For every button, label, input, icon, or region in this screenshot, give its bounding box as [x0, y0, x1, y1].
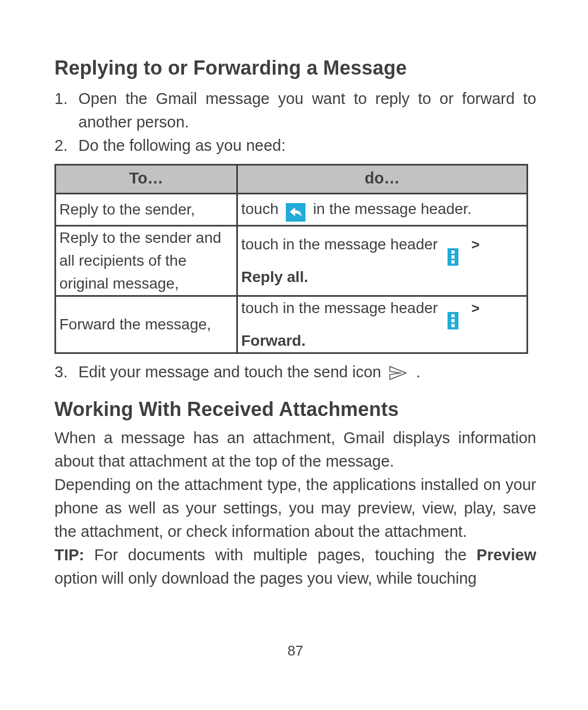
tip-paragraph: TIP: For documents with multiple pages, … [54, 543, 536, 590]
step-text-part: Edit your message and touch the send ico… [78, 363, 381, 381]
paragraph: Depending on the attachment type, the ap… [54, 473, 536, 543]
cell-text: touch [241, 200, 279, 217]
actions-table: To… do… Reply to the sender, touch in th [54, 164, 536, 354]
tip-label: TIP: [54, 546, 84, 564]
tip-preview-bold: Preview [476, 546, 536, 564]
cell-action-bold: Forward. [241, 332, 305, 349]
step-number: 2. [54, 134, 78, 157]
page: Replying to or Forwarding a Message 1. O… [0, 0, 588, 659]
overflow-menu-icon [448, 312, 458, 329]
step-text: Open the Gmail message you want to reply… [78, 87, 536, 134]
chevron-right-icon: > [471, 233, 480, 256]
cell-to: Reply to the sender, [56, 194, 237, 226]
cell-to: Reply to the sender and all recipients o… [56, 226, 237, 296]
send-icon [389, 365, 408, 381]
step-3: 3. Edit your message and touch the send … [54, 360, 536, 384]
cell-to: Forward the message, [56, 296, 237, 353]
step-number: 3. [54, 360, 78, 384]
chevron-right-icon: > [471, 297, 480, 320]
cell-do: touch in the message header. [237, 194, 528, 226]
cell-text: touch in the message header [241, 299, 438, 316]
table-row: Reply to the sender, touch in the messag… [56, 194, 528, 226]
overflow-menu-icon [448, 248, 458, 266]
step-text: Do the following as you need: [78, 134, 536, 157]
reply-arrow-icon [286, 203, 305, 222]
tip-text: option will only download the pages you … [54, 570, 476, 587]
table-row: Forward the message, touch in the messag… [56, 296, 528, 353]
page-number: 87 [54, 642, 536, 659]
cell-do: touch in the message header > Forward. [237, 296, 528, 353]
tip-text: For documents with multiple pages, touch… [84, 546, 477, 564]
cell-text: touch in the message header [241, 236, 438, 253]
paragraph: When a message has an attachment, Gmail … [54, 426, 536, 473]
th-do: do… [237, 165, 528, 194]
table-row: Reply to the sender and all recipients o… [56, 226, 528, 296]
th-to: To… [56, 165, 237, 194]
heading-attachments: Working With Received Attachments [54, 398, 536, 421]
cell-action-bold: Reply all. [241, 268, 308, 285]
step-text-part: . [416, 363, 420, 381]
cell-do: touch in the message header > Reply all. [237, 226, 528, 296]
step-text: Edit your message and touch the send ico… [78, 360, 536, 384]
cell-text: in the message header. [313, 200, 471, 217]
step-2: 2. Do the following as you need: [54, 134, 536, 157]
table-header-row: To… do… [56, 165, 528, 194]
heading-reply-forward: Replying to or Forwarding a Message [54, 57, 536, 79]
step-number: 1. [54, 87, 78, 134]
step-1: 1. Open the Gmail message you want to re… [54, 87, 536, 134]
